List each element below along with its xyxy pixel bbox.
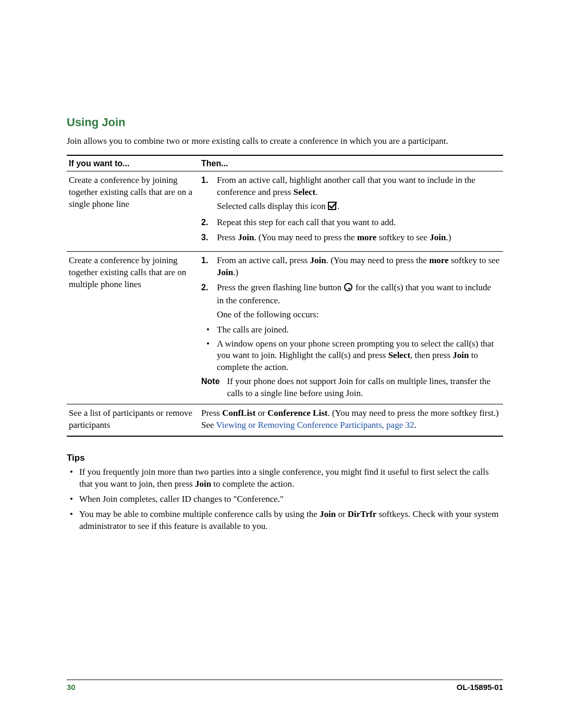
bold-word: Join — [310, 255, 326, 265]
procedure-table: If you want to... Then... Create a confe… — [67, 155, 503, 437]
step-text: softkey to see — [449, 255, 500, 265]
bold-word: Join — [430, 232, 446, 242]
step-text: From an active call, highlight another c… — [217, 175, 475, 197]
tip-item: You may be able to combine multiple conf… — [67, 509, 503, 533]
tip-text: You may be able to combine multiple conf… — [79, 509, 320, 519]
bold-word: Join — [195, 479, 211, 489]
step-number: 1. — [201, 255, 208, 266]
row3-right: Press ConfList or Conference List. (You … — [199, 404, 503, 436]
col-header-right: Then... — [199, 155, 503, 171]
table-row: Create a conference by joining together … — [67, 251, 503, 404]
bullet-item: A window opens on your phone screen prom… — [201, 338, 500, 374]
tips-heading: Tips — [67, 452, 503, 464]
row3-left: See a list of participants or remove par… — [67, 404, 199, 436]
bold-word: ConfList — [222, 408, 255, 418]
step-text: softkey to see — [376, 232, 430, 242]
bold-word: Select — [293, 187, 315, 197]
checkmark-box-icon — [328, 202, 337, 214]
step-number: 2. — [201, 282, 208, 293]
step-text: . (You may need to press the — [326, 255, 430, 265]
step-text: .) — [233, 267, 238, 277]
step-number: 3. — [201, 232, 208, 243]
section-heading: Using Join — [67, 115, 503, 130]
step-number: 2. — [201, 217, 208, 228]
text: Press — [201, 408, 222, 418]
bold-word: Join — [238, 232, 254, 242]
bold-word: more — [357, 232, 376, 242]
bold-word: Conference List — [267, 408, 327, 418]
bullet-text: The calls are joined. — [217, 325, 289, 335]
bullet-item: The calls are joined. — [201, 324, 500, 336]
col-header-left: If you want to... — [67, 155, 199, 171]
tip-text: to complete the action. — [211, 479, 294, 489]
row2-left: Create a conference by joining together … — [67, 251, 199, 404]
bold-word: Join — [217, 267, 233, 277]
bullet-text: , then press — [410, 350, 452, 360]
bold-word: Join — [452, 350, 469, 360]
bold-word: Select — [388, 350, 410, 360]
step-text: . — [337, 201, 339, 211]
bold-word: Join — [320, 509, 336, 519]
step-number: 1. — [201, 175, 208, 186]
step-text: .) — [446, 232, 451, 242]
tip-text: When Join completes, caller ID changes t… — [79, 494, 284, 504]
svg-point-1 — [345, 283, 352, 291]
page-number: 30 — [67, 682, 76, 693]
note-body: If your phone does not support Join for … — [227, 376, 500, 400]
one-of-text: One of the following occurs: — [217, 309, 500, 321]
bold-word: more — [429, 255, 448, 265]
step-text: Repeat this step for each call that you … — [217, 217, 396, 227]
step-text: Selected calls display this icon — [217, 201, 328, 211]
text: . — [414, 420, 416, 430]
table-row: Create a conference by joining together … — [67, 171, 503, 252]
line-button-icon — [344, 283, 353, 295]
document-id: OL-15895-01 — [457, 682, 503, 693]
cross-reference-link[interactable]: Viewing or Removing Conference Participa… — [216, 420, 414, 430]
step-text: . (You may need to press the — [254, 232, 357, 242]
tip-item: If you frequently join more than two par… — [67, 466, 503, 490]
note-label: Note — [201, 376, 227, 400]
step-text: Press the green flashing line button — [217, 282, 344, 292]
step-text: . — [315, 187, 317, 197]
step-text: From an active call, press — [217, 255, 310, 265]
tip-text: or — [336, 509, 348, 519]
step-text: Press — [217, 232, 238, 242]
tip-item: When Join completes, caller ID changes t… — [67, 493, 503, 505]
bold-word: DirTrfr — [348, 509, 376, 519]
page-footer: 30 OL-15895-01 — [67, 680, 503, 693]
row2-right: 1. From an active call, press Join. (You… — [199, 251, 503, 404]
text: or — [255, 408, 267, 418]
intro-paragraph: Join allows you to combine two or more e… — [67, 135, 503, 147]
row1-right: 1. From an active call, highlight anothe… — [199, 171, 503, 252]
table-row: See a list of participants or remove par… — [67, 404, 503, 436]
row1-left: Create a conference by joining together … — [67, 171, 199, 252]
